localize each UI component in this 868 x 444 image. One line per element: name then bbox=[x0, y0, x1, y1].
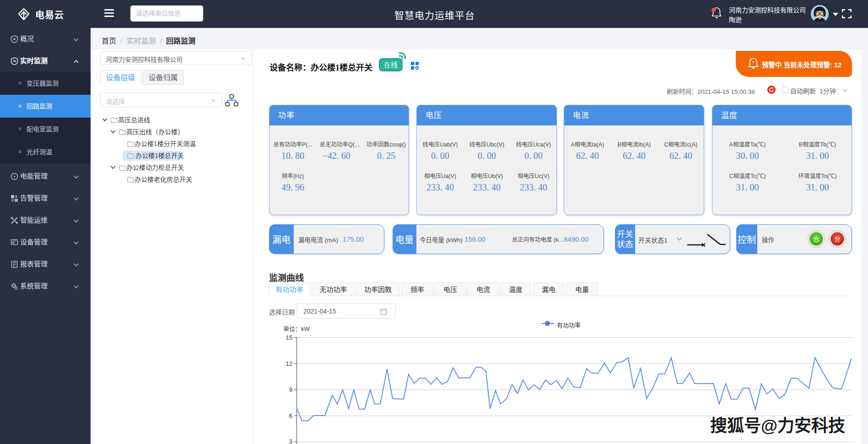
svg-text:分: 分 bbox=[834, 236, 840, 243]
svg-text:15: 15 bbox=[286, 334, 292, 341]
svg-text:9: 9 bbox=[289, 386, 292, 393]
svg-text:3: 3 bbox=[289, 438, 292, 444]
svg-text:6: 6 bbox=[289, 412, 292, 419]
svg-text:合: 合 bbox=[813, 236, 819, 243]
svg-text:12: 12 bbox=[286, 360, 292, 367]
